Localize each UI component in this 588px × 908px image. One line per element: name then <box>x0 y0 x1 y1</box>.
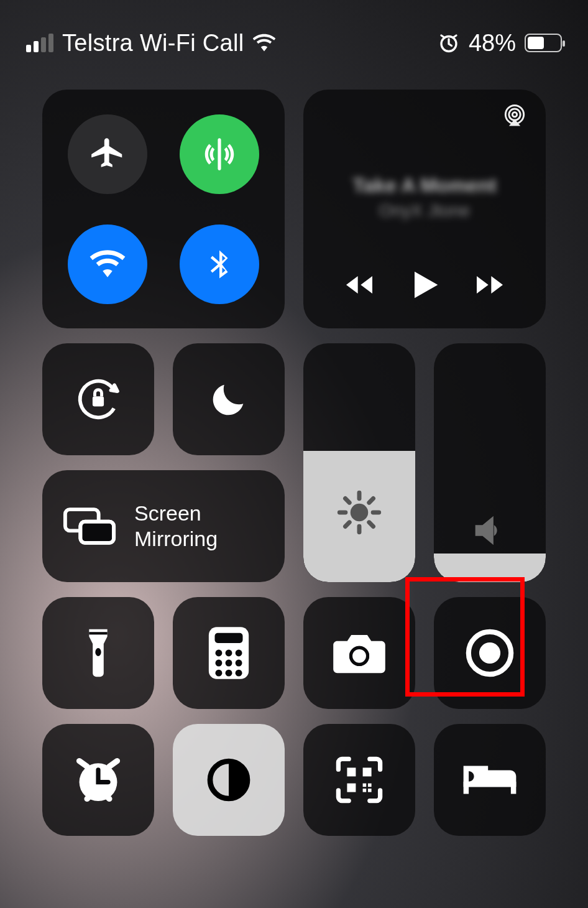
calculator-button[interactable] <box>173 597 285 709</box>
next-track-button[interactable] <box>472 267 507 302</box>
previous-track-button[interactable] <box>342 267 377 302</box>
play-button[interactable] <box>405 265 444 305</box>
sleep-button[interactable] <box>434 724 546 836</box>
svg-rect-37 <box>363 789 367 792</box>
svg-point-22 <box>236 670 242 677</box>
cellular-data-toggle[interactable] <box>180 114 259 194</box>
cell-signal-icon <box>26 34 53 52</box>
svg-point-29 <box>479 642 500 664</box>
airplay-icon[interactable] <box>501 102 528 129</box>
svg-rect-38 <box>368 789 372 792</box>
dark-mode-icon <box>204 755 254 805</box>
svg-rect-10 <box>89 632 107 634</box>
svg-point-2 <box>509 109 520 120</box>
dark-mode-button[interactable] <box>173 724 285 836</box>
svg-rect-8 <box>80 522 114 543</box>
svg-rect-34 <box>347 784 356 792</box>
airplane-icon <box>88 135 127 174</box>
svg-point-16 <box>236 650 242 657</box>
orientation-lock-icon <box>74 375 122 424</box>
volume-slider[interactable] <box>434 343 546 582</box>
svg-rect-32 <box>347 767 356 776</box>
alarm-clock-icon <box>71 753 125 807</box>
wifi-icon <box>88 245 127 284</box>
svg-point-11 <box>95 648 101 656</box>
svg-rect-35 <box>363 784 367 787</box>
calculator-icon <box>206 625 252 681</box>
wifi-toggle[interactable] <box>68 225 147 304</box>
flashlight-icon <box>77 626 119 680</box>
svg-point-6 <box>351 504 369 522</box>
screen-mirroring-label: Screen Mirroring <box>134 501 218 552</box>
svg-point-20 <box>215 670 222 677</box>
screen-mirroring-icon <box>62 505 117 547</box>
bed-icon <box>460 758 520 802</box>
screen-mirroring-button[interactable]: Screen Mirroring <box>42 470 285 582</box>
camera-icon <box>331 631 387 675</box>
moon-icon <box>207 378 250 421</box>
media-title: Take A Moment <box>352 174 497 197</box>
svg-point-3 <box>512 113 517 117</box>
svg-point-17 <box>215 660 222 667</box>
svg-rect-13 <box>215 633 243 643</box>
svg-point-15 <box>226 650 232 657</box>
bluetooth-icon <box>203 248 236 281</box>
battery-icon <box>525 34 562 52</box>
svg-rect-39 <box>464 782 517 787</box>
connectivity-panel[interactable] <box>42 90 285 328</box>
media-panel[interactable]: Take A Moment OnyX Jtone <box>303 90 546 328</box>
antenna-icon <box>200 135 239 174</box>
media-artist: OnyX Jtone <box>352 201 497 221</box>
airplane-mode-toggle[interactable] <box>68 114 147 194</box>
alarm-button[interactable] <box>42 724 154 836</box>
svg-rect-36 <box>368 784 372 787</box>
qr-scanner-button[interactable] <box>303 724 415 836</box>
speaker-icon <box>468 509 512 552</box>
sun-icon <box>336 489 383 536</box>
camera-button[interactable] <box>303 597 415 709</box>
qr-code-icon <box>333 754 385 806</box>
bluetooth-toggle[interactable] <box>180 225 259 304</box>
orientation-lock-button[interactable] <box>42 343 154 455</box>
status-bar: Telstra Wi-Fi Call 48% <box>0 0 588 62</box>
screen-record-button[interactable] <box>434 597 546 709</box>
wifi-status-icon <box>253 32 275 54</box>
media-info: Take A Moment OnyX Jtone <box>352 174 497 221</box>
svg-point-21 <box>226 670 232 677</box>
record-icon <box>464 628 515 679</box>
alarm-status-icon <box>438 32 460 54</box>
svg-point-18 <box>226 660 232 667</box>
flashlight-button[interactable] <box>42 597 154 709</box>
do-not-disturb-button[interactable] <box>173 343 285 455</box>
battery-percent: 48% <box>469 30 516 57</box>
carrier-label: Telstra Wi-Fi Call <box>62 30 244 57</box>
svg-rect-33 <box>363 767 372 776</box>
brightness-slider[interactable] <box>303 343 415 582</box>
svg-point-14 <box>215 650 222 657</box>
svg-point-19 <box>236 660 242 667</box>
svg-rect-5 <box>93 396 104 406</box>
